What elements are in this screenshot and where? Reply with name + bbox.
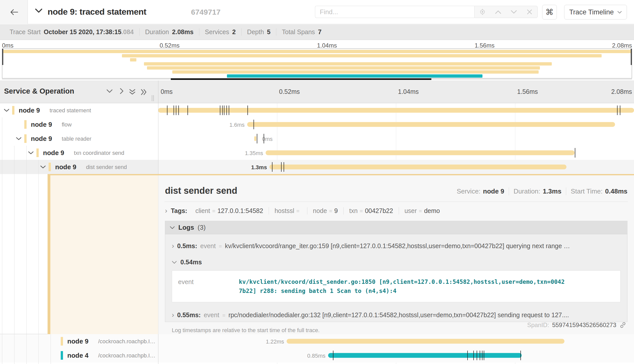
column-resize-grip[interactable]	[152, 95, 155, 101]
locate-span-icon[interactable]	[477, 7, 488, 17]
minimap-span-bar	[227, 74, 482, 78]
command-icon: ⌘	[545, 7, 554, 17]
logs-title: Logs	[178, 224, 194, 231]
tree-guide	[26, 146, 27, 174]
tree-guide	[14, 146, 14, 174]
link-icon[interactable]	[619, 322, 626, 329]
prev-result-icon[interactable]	[493, 7, 503, 17]
span-bar[interactable]	[158, 108, 634, 113]
timeline-tick: 0ms	[161, 88, 173, 95]
operation-name: table reader	[62, 136, 91, 142]
service-color-bar	[49, 163, 51, 171]
chevron-down-icon	[617, 11, 622, 14]
column-divider[interactable]	[158, 334, 158, 364]
column-divider[interactable]	[158, 103, 158, 174]
tag-client: client=127.0.0.1:54582	[190, 207, 269, 215]
tree-guide	[26, 174, 27, 334]
collapse-all-icon[interactable]	[129, 89, 136, 95]
span-bar[interactable]	[247, 122, 615, 127]
log-marker-tick	[484, 351, 484, 360]
span-rows-bottom: node 9 /cockroach.roachpb.I… 1.22ms node…	[0, 334, 634, 364]
tree-guide	[51, 334, 51, 364]
keyboard-shortcuts-button[interactable]: ⌘	[542, 5, 557, 19]
log-marker-tick	[229, 105, 229, 115]
expand-all-icon[interactable]	[141, 89, 147, 95]
tree-guide	[38, 174, 39, 334]
detail-gutter	[50, 175, 158, 334]
log-marker-tick	[333, 351, 333, 360]
operation-name: traced statement	[50, 107, 91, 114]
collapse-one-icon[interactable]	[106, 89, 113, 93]
service-name: node 9	[43, 149, 64, 157]
minimap-viewport[interactable]	[2, 49, 632, 78]
log-marker-tick	[482, 351, 482, 360]
span-row-flow[interactable]: node 9 flow 1.6ms	[0, 117, 634, 132]
tag-hostssl: hostssl=	[269, 207, 307, 215]
log-entry-expanded-header[interactable]: 0.54ms	[172, 259, 621, 266]
log-marker-tick	[620, 105, 620, 115]
log-marker-tick	[257, 134, 257, 143]
detail-meta: Service:node 9 Duration:1.3ms Start Time…	[452, 187, 627, 195]
span-row-traced-statement[interactable]: node 9 traced statement	[0, 103, 634, 117]
tags-row[interactable]: › Tags: client=127.0.0.1:54582 hostssl= …	[165, 207, 446, 215]
back-button[interactable]	[0, 0, 28, 24]
span-bar-track[interactable]: 1.35ms	[158, 146, 634, 160]
span-bar[interactable]	[254, 136, 256, 141]
log-entry-collapsed[interactable]: › 0.55ms: event = rpc/nodedialer/nodedia…	[172, 311, 621, 319]
span-bar-track[interactable]: 1.22ms	[158, 334, 634, 348]
span-id-label: SpanID:	[527, 322, 549, 329]
span-row-dist-sender-send[interactable]: node 9 dist sender send 1.3ms	[0, 160, 634, 174]
span-row-roachpb-node9[interactable]: node 9 /cockroach.roachpb.I… 1.22ms	[0, 334, 634, 348]
chevron-down-icon[interactable]	[16, 137, 22, 140]
span-bar[interactable]	[269, 165, 566, 169]
logs-header[interactable]: Logs (3)	[165, 221, 627, 234]
log-marker-tick	[167, 105, 167, 115]
span-row-table-reader[interactable]: node 9 table reader 0ms	[0, 132, 634, 146]
log-entry-collapsed[interactable]: › 0.5ms: event = kv/kvclient/kvcoord/ran…	[172, 242, 621, 250]
log-marker-tick	[480, 351, 480, 360]
minimap-right-scrubber[interactable]	[631, 49, 632, 65]
span-row-roachpb-node4[interactable]: node 4 /cockroach.roachpb.I… 0.85ms	[0, 348, 634, 362]
span-detail-panel: dist sender send Service:node 9 Duration…	[158, 175, 634, 334]
top-nav: node 9: traced statement 6749717 ⌘ Trace…	[0, 0, 634, 24]
trace-view-selector[interactable]: Trace Timeline	[564, 5, 627, 19]
find-input[interactable]	[315, 6, 474, 18]
span-bar-track[interactable]	[158, 103, 634, 117]
detail-start-time: Start Time:0.48ms	[566, 187, 627, 195]
span-duration-label: 1.6ms	[229, 122, 245, 128]
span-bar-track[interactable]: 1.3ms	[158, 160, 634, 174]
span-bar-track[interactable]: 0ms	[158, 132, 634, 146]
service-name: node 9	[67, 337, 89, 345]
tag-user: user=demo	[399, 207, 446, 215]
trace-start: Trace Start October 15 2020, 17:38:15.08…	[4, 28, 140, 36]
span-id-row: SpanID: 5597415943526560273	[527, 322, 626, 329]
span-bar[interactable]	[287, 339, 565, 344]
minimap-scroll-thumb[interactable]	[171, 78, 431, 80]
log-marker-tick	[284, 162, 284, 172]
span-bar-track[interactable]: 0.85ms	[158, 348, 634, 362]
chevron-down-icon[interactable]	[28, 151, 34, 155]
span-bar[interactable]	[266, 151, 575, 155]
log-marker-tick	[174, 105, 174, 115]
chevron-down-icon[interactable]	[4, 109, 10, 112]
log-marker-tick	[617, 105, 618, 115]
minimap-left-scrubber[interactable]	[2, 49, 3, 65]
next-result-icon[interactable]	[509, 7, 519, 17]
span-rows: node 9 traced statement node 9 flow 1.6m…	[0, 103, 634, 174]
span-row-txn-coordinator-send[interactable]: node 9 txn coordinator send 1.35ms	[0, 146, 634, 160]
detail-divider	[164, 202, 628, 202]
collapse-trace-chevron-icon[interactable]	[35, 8, 43, 13]
clear-search-icon[interactable]	[524, 7, 535, 17]
column-divider[interactable]	[158, 80, 158, 103]
chevron-right-icon: ›	[172, 311, 174, 319]
service-name: node 9	[31, 121, 52, 129]
expand-one-icon[interactable]	[118, 89, 125, 93]
tag-txn: txn=00427b22	[344, 207, 399, 215]
trace-minimap[interactable]: 0ms 0.52ms 1.04ms 1.56ms 2.08ms	[0, 40, 634, 80]
chevron-down-icon[interactable]	[40, 165, 46, 169]
span-bar[interactable]	[328, 353, 522, 358]
operation-name: txn coordinator send	[74, 150, 124, 156]
span-bar-track[interactable]: 1.6ms	[158, 117, 634, 132]
span-duration-label: 1.35ms	[245, 150, 263, 157]
operation-name: dist sender send	[86, 164, 127, 170]
